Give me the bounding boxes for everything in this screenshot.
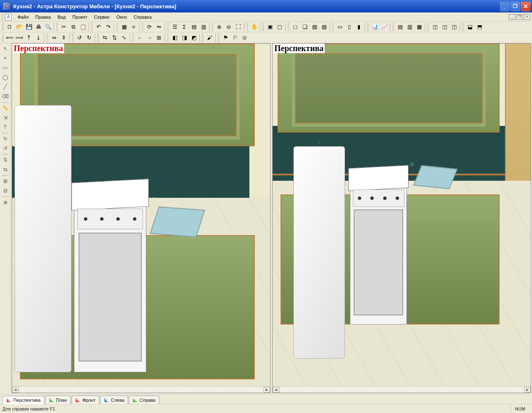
scroll-track[interactable]: [279, 387, 524, 393]
grid-icon[interactable]: ▦: [119, 22, 129, 32]
menu-item-окно[interactable]: Окно: [113, 13, 131, 21]
win1-icon[interactable]: ▤: [395, 22, 405, 32]
scroll-track[interactable]: [19, 387, 264, 393]
viewport-left[interactable]: Перспектива ◄ ►: [12, 43, 271, 393]
brush-icon[interactable]: 🖌: [205, 33, 214, 42]
move-r-icon[interactable]: →: [145, 33, 154, 42]
grp-icon[interactable]: ⊞: [1, 177, 10, 186]
toolbar-handle[interactable]: [332, 23, 334, 31]
viewport-left-canvas[interactable]: Перспектива: [12, 44, 270, 386]
toolbar-handle[interactable]: [167, 34, 169, 42]
toolbar-handle[interactable]: [262, 23, 264, 31]
toolbar-handle[interactable]: [202, 34, 204, 42]
menu-item-файл[interactable]: Файл: [14, 13, 32, 21]
toolbar-handle[interactable]: [97, 34, 99, 42]
box3d-icon[interactable]: ❏: [300, 22, 310, 32]
align-t-icon[interactable]: ⤒: [24, 33, 34, 42]
preview-icon[interactable]: 🔍: [43, 22, 53, 32]
zoomout-icon[interactable]: ⊖: [224, 22, 234, 32]
front-icon[interactable]: ▭: [335, 22, 345, 32]
toolbar-handle[interactable]: [132, 34, 134, 42]
align-l-icon[interactable]: ⟸: [5, 33, 15, 42]
box-icon[interactable]: ◻: [291, 22, 300, 32]
back-icon[interactable]: ▯: [345, 22, 354, 32]
copy-icon[interactable]: ⧉: [69, 22, 78, 32]
panel3-icon[interactable]: ◫: [449, 22, 459, 32]
tree-icon[interactable]: ☰: [170, 22, 180, 32]
zoomfit-icon[interactable]: ⛶: [234, 22, 243, 32]
view-tab-слева[interactable]: Слева: [100, 396, 128, 404]
stretch-icon[interactable]: ⇲: [1, 113, 10, 122]
align-b-icon[interactable]: ⤓: [34, 33, 43, 42]
sel-all-icon[interactable]: ▣: [265, 22, 275, 32]
viewport-right-hscroll[interactable]: ◄ ►: [273, 386, 531, 393]
toolbar-handle[interactable]: [367, 23, 369, 31]
toolbar-handle[interactable]: [2, 34, 4, 42]
mdi-close-button[interactable]: ×: [524, 14, 530, 20]
move-l-icon[interactable]: ←: [135, 33, 145, 42]
dock2-icon[interactable]: ⬒: [475, 22, 484, 32]
menu-item-справка[interactable]: Справка: [131, 13, 155, 21]
toolbar-handle[interactable]: [72, 34, 74, 42]
rot-l-icon[interactable]: ↺: [75, 33, 84, 42]
menu-item-вид[interactable]: Вид: [54, 13, 69, 21]
dock1-icon[interactable]: ⬓: [465, 22, 475, 32]
viewport-right-canvas[interactable]: Перспектива: [273, 44, 531, 386]
scroll-left-arrow-icon[interactable]: ◄: [273, 387, 279, 393]
ungrp-icon[interactable]: ⊟: [1, 186, 10, 195]
grid2-icon[interactable]: ⊞: [154, 33, 164, 42]
chart-icon[interactable]: 📊: [370, 22, 379, 32]
hand-icon[interactable]: ✋: [249, 22, 259, 32]
cube2-icon[interactable]: ◨: [180, 33, 189, 42]
boxcol2-icon[interactable]: ▨: [319, 22, 329, 32]
rotcw-icon[interactable]: ↻: [1, 134, 10, 143]
view-tab-справа[interactable]: Справа: [129, 396, 159, 404]
win2-icon[interactable]: ▥: [405, 22, 414, 32]
cube3-icon[interactable]: ◩: [189, 33, 199, 42]
toolbar-handle[interactable]: [142, 23, 143, 31]
viewport-left-hscroll[interactable]: ◄ ►: [12, 386, 270, 393]
ruler-icon[interactable]: 📏: [1, 103, 10, 113]
erase-icon[interactable]: ⌫: [1, 92, 10, 101]
panel1-icon[interactable]: ◫: [430, 22, 440, 32]
scroll-left-arrow-icon[interactable]: ◄: [12, 387, 19, 393]
dist-h-icon[interactable]: ⇔: [49, 33, 59, 42]
layers-icon[interactable]: ≣: [1, 198, 10, 207]
viewport-right[interactable]: Перспектива ◄ ►: [272, 43, 531, 393]
toolbar-handle[interactable]: [392, 23, 394, 31]
panel2-icon[interactable]: ◫: [440, 22, 449, 32]
anchor2-icon[interactable]: ⚐: [230, 33, 240, 42]
align-r-icon[interactable]: ⟹: [15, 33, 24, 42]
mirh-icon[interactable]: ⇆: [1, 165, 10, 174]
toolbar-handle[interactable]: [246, 23, 248, 31]
view-tab-фронт[interactable]: Фронт: [71, 396, 99, 404]
dist-v-icon[interactable]: ⇕: [59, 33, 69, 42]
paste-icon[interactable]: 📋: [78, 22, 88, 32]
flip-v-icon[interactable]: ⇅: [110, 33, 119, 42]
minimize-button[interactable]: _: [500, 2, 510, 11]
win3-icon[interactable]: ▦: [414, 22, 424, 32]
mirror-icon[interactable]: ⇋: [154, 22, 164, 32]
layer-icon[interactable]: ▥: [199, 22, 208, 32]
save-icon[interactable]: 💾: [24, 22, 34, 32]
wall-icon[interactable]: ▮: [354, 22, 364, 32]
rect-icon[interactable]: ▭: [1, 63, 10, 72]
toolbar-handle[interactable]: [2, 23, 4, 31]
boxcol-icon[interactable]: ▧: [310, 22, 319, 32]
anchor3-icon[interactable]: ⊙: [240, 33, 249, 42]
toolbar-handle[interactable]: [56, 23, 58, 31]
zoomin-icon[interactable]: ⊕: [214, 22, 224, 32]
cube1-icon[interactable]: ◧: [170, 33, 180, 42]
snap-icon[interactable]: ⌗: [129, 22, 138, 32]
redo-icon[interactable]: ↷: [103, 22, 113, 32]
sum-icon[interactable]: Σ: [180, 22, 189, 32]
new-icon[interactable]: 🗋: [5, 22, 15, 32]
pointer-icon[interactable]: ↖: [1, 44, 10, 53]
toolbar-handle[interactable]: [167, 23, 169, 31]
mirv-icon[interactable]: ⇅: [1, 155, 10, 165]
toolbar-handle[interactable]: [218, 34, 219, 42]
toolbar-handle[interactable]: [91, 23, 93, 31]
sel-none-icon[interactable]: ▢: [275, 22, 284, 32]
document-icon[interactable]: A: [5, 14, 12, 20]
text-icon[interactable]: T: [1, 123, 10, 132]
